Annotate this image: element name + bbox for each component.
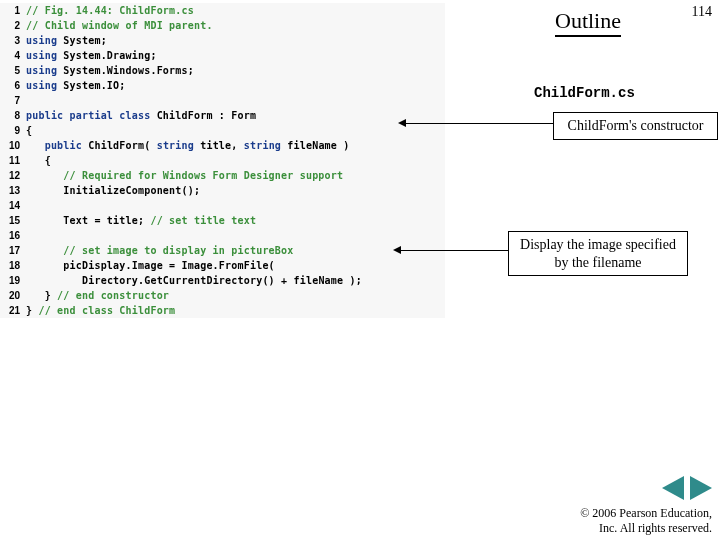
code-line: 9{	[0, 123, 445, 138]
code-listing: 1// Fig. 14.44: ChildForm.cs2// Child wi…	[0, 3, 445, 318]
arrow-head-icon	[398, 119, 406, 127]
line-number: 9	[0, 125, 26, 136]
code-line: 8public partial class ChildForm : Form	[0, 108, 445, 123]
line-number: 13	[0, 185, 26, 196]
copyright-text: © 2006 Pearson Education, Inc. All right…	[580, 506, 712, 536]
line-number: 21	[0, 305, 26, 316]
code-text: public ChildForm( string title, string f…	[26, 140, 350, 151]
code-text: Directory.GetCurrentDirectory() + fileNa…	[26, 275, 362, 286]
code-text: using System.Drawing;	[26, 50, 157, 61]
line-number: 15	[0, 215, 26, 226]
code-line: 21} // end class ChildForm	[0, 303, 445, 318]
code-text: // Fig. 14.44: ChildForm.cs	[26, 5, 194, 16]
code-text: InitializeComponent();	[26, 185, 200, 196]
line-number: 14	[0, 200, 26, 211]
code-line: 13 InitializeComponent();	[0, 183, 445, 198]
code-line: 3using System;	[0, 33, 445, 48]
code-text: } // end class ChildForm	[26, 305, 175, 316]
code-line: 1// Fig. 14.44: ChildForm.cs	[0, 3, 445, 18]
code-text: // set image to display in pictureBox	[26, 245, 294, 256]
arrow-line	[405, 123, 553, 124]
nav-buttons	[662, 476, 712, 500]
code-line: 7	[0, 93, 445, 108]
page-number: 114	[692, 4, 712, 20]
line-number: 6	[0, 80, 26, 91]
code-text: picDisplay.Image = Image.FromFile(	[26, 260, 275, 271]
line-number: 4	[0, 50, 26, 61]
code-line: 10 public ChildForm( string title, strin…	[0, 138, 445, 153]
line-number: 16	[0, 230, 26, 241]
code-line: 4using System.Drawing;	[0, 48, 445, 63]
source-filename: ChildForm.cs	[534, 85, 635, 101]
next-slide-button[interactable]	[690, 476, 712, 500]
code-line: 11 {	[0, 153, 445, 168]
code-line: 12 // Required for Windows Form Designer…	[0, 168, 445, 183]
code-text: using System.IO;	[26, 80, 126, 91]
line-number: 2	[0, 20, 26, 31]
code-line: 14	[0, 198, 445, 213]
prev-slide-button[interactable]	[662, 476, 684, 500]
line-number: 10	[0, 140, 26, 151]
code-line: 19 Directory.GetCurrentDirectory() + fil…	[0, 273, 445, 288]
code-line: 20 } // end constructor	[0, 288, 445, 303]
line-number: 8	[0, 110, 26, 121]
code-line: 5using System.Windows.Forms;	[0, 63, 445, 78]
code-line: 2// Child window of MDI parent.	[0, 18, 445, 33]
line-number: 1	[0, 5, 26, 16]
line-number: 17	[0, 245, 26, 256]
code-line: 17 // set image to display in pictureBox	[0, 243, 445, 258]
line-number: 7	[0, 95, 26, 106]
line-number: 20	[0, 290, 26, 301]
code-text: using System;	[26, 35, 107, 46]
line-number: 19	[0, 275, 26, 286]
line-number: 12	[0, 170, 26, 181]
code-text: {	[26, 155, 51, 166]
code-line: 15 Text = title; // set title text	[0, 213, 445, 228]
outline-heading: Outline	[555, 8, 621, 37]
line-number: 5	[0, 65, 26, 76]
callout-constructor: ChildForm's constructor	[553, 112, 718, 140]
code-line: 18 picDisplay.Image = Image.FromFile(	[0, 258, 445, 273]
copyright-line: Inc. All rights reserved.	[580, 521, 712, 536]
code-text: // Required for Windows Form Designer su…	[26, 170, 343, 181]
code-text: public partial class ChildForm : Form	[26, 110, 256, 121]
line-number: 11	[0, 155, 26, 166]
code-line: 6using System.IO;	[0, 78, 445, 93]
line-number: 3	[0, 35, 26, 46]
code-text: } // end constructor	[26, 290, 169, 301]
code-text: Text = title; // set title text	[26, 215, 256, 226]
code-line: 16	[0, 228, 445, 243]
arrow-head-icon	[393, 246, 401, 254]
code-text: {	[26, 125, 32, 136]
code-text: using System.Windows.Forms;	[26, 65, 194, 76]
copyright-line: © 2006 Pearson Education,	[580, 506, 712, 521]
arrow-line	[400, 250, 508, 251]
callout-image: Display the image specified by the filen…	[508, 231, 688, 276]
code-text: // Child window of MDI parent.	[26, 20, 213, 31]
line-number: 18	[0, 260, 26, 271]
